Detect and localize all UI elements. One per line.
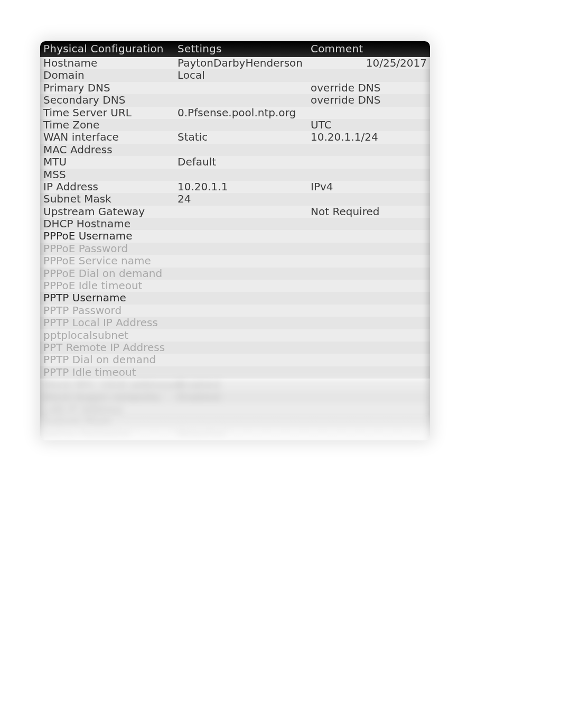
cell-label: MAC Address [40,144,174,156]
cell-comment [307,107,430,119]
table-row: Upstream GatewayNot Required [40,206,430,218]
cell-label: Hostname [40,57,174,69]
table-row: PPPoE Idle timeout [40,280,430,292]
cell-comment [307,379,430,391]
cell-setting [174,268,307,280]
cell-setting [174,94,307,106]
cell-comment [307,428,430,440]
table-row: Subnet Mask [40,416,430,428]
table-row: PPPoE Username [40,230,430,242]
table-row: HostnamePaytonDarbyHenderson10/25/2017 [40,57,430,69]
table-row: pptplocalsubnet [40,329,430,342]
cell-setting [174,292,307,304]
cell-comment [307,280,430,292]
header-physical-configuration: Physical Configuration [40,41,174,57]
cell-comment [307,169,430,181]
cell-label: LAN IP Address [40,403,174,416]
header-comment: Comment [307,41,430,57]
cell-label: Secondary DNS [40,94,174,106]
table-row: PPT Remote IP Address [40,342,430,354]
cell-label: Subnet Mask [40,416,174,428]
cell-label: Time Server URL [40,107,174,119]
table-row: LAN IP Address [40,403,430,416]
cell-label: PPPoE Idle timeout [40,280,174,292]
cell-comment [307,218,430,230]
cell-comment [307,144,430,156]
cell-label: PPTP Password [40,305,174,317]
table-row: DHCP Hostname [40,218,430,230]
cell-setting: Static [174,131,307,143]
cell-comment [307,416,430,428]
cell-comment: override DNS [307,94,430,106]
cell-setting [174,144,307,156]
table-row: Admin PasswordRequired [40,428,430,440]
cell-label: Upstream Gateway [40,206,174,218]
cell-label: PPPoE Service name [40,255,174,267]
cell-label: Block RFC 1918 addresses [40,379,174,391]
cell-comment [307,354,430,366]
table-row: MAC Address [40,144,430,156]
cell-label: MSS [40,169,174,181]
table-row: Block bogon networksEnabled [40,391,430,403]
cell-comment [307,156,430,168]
cell-setting [174,218,307,230]
cell-comment: 10/25/2017 [307,57,430,69]
cell-label: IP Address [40,181,174,193]
table-row: PPTP Local IP Address [40,317,430,329]
cell-setting: Default [174,156,307,168]
cell-comment: IPv4 [307,181,430,193]
cell-label: WAN interface [40,131,174,143]
table-row: MSS [40,169,430,181]
cell-label: MTU [40,156,174,168]
table-row: PPTP Dial on demand [40,354,430,366]
table-row: WAN interfaceStatic10.20.1.1/24 [40,131,430,143]
table-row: PPTP Username [40,292,430,304]
cell-setting [174,255,307,267]
cell-label: DHCP Hostname [40,218,174,230]
cell-comment: Not Required [307,206,430,218]
cell-setting [174,317,307,329]
cell-setting: Enabled [174,379,307,391]
cell-setting [174,366,307,379]
cell-setting: Required [174,428,307,440]
table-header-row: Physical Configuration Settings Comment [40,41,430,57]
cell-comment [307,305,430,317]
cell-setting: PaytonDarbyHenderson [174,57,307,69]
cell-comment [307,268,430,280]
cell-setting [174,230,307,242]
cell-label: PPTP Idle timeout [40,366,174,379]
cell-setting [174,82,307,94]
table-row: PPTP Password [40,305,430,317]
cell-comment [307,69,430,81]
cell-label: Admin Password [40,428,174,440]
cell-comment [307,317,430,329]
cell-setting [174,305,307,317]
cell-label: PPTP Dial on demand [40,354,174,366]
cell-label: Subnet Mask [40,193,174,205]
cell-comment [307,255,430,267]
cell-label: PPPoE Password [40,243,174,255]
cell-label: PPT Remote IP Address [40,342,174,354]
cell-setting [174,416,307,428]
table-row: Time ZoneUTC [40,119,430,131]
table-row: PPPoE Service name [40,255,430,267]
table-row: Primary DNSoverride DNS [40,82,430,94]
cell-label: PPPoE Username [40,230,174,242]
cell-setting [174,119,307,131]
cell-comment [307,366,430,379]
table-row: DomainLocal [40,69,430,81]
cell-setting [174,342,307,354]
header-settings: Settings [174,41,307,57]
cell-label: Block bogon networks [40,391,174,403]
cell-label: pptplocalsubnet [40,329,174,342]
cell-comment [307,342,430,354]
cell-comment: 10.20.1.1/24 [307,131,430,143]
cell-setting: Local [174,69,307,81]
cell-setting [174,354,307,366]
table-row: Time Server URL0.Pfsense.pool.ntp.org [40,107,430,119]
cell-setting: 24 [174,193,307,205]
cell-comment [307,243,430,255]
cell-label: Primary DNS [40,82,174,94]
cell-setting: Enabled [174,391,307,403]
table-row: Secondary DNSoverride DNS [40,94,430,106]
